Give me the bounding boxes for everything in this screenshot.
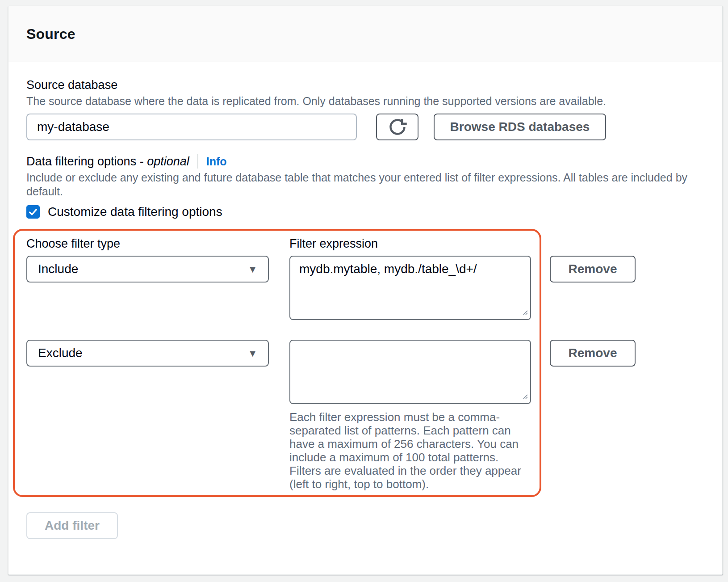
remove-filter-button[interactable]: Remove [550, 340, 636, 367]
filter-expression-column-label: Filter expression [289, 236, 531, 251]
filters-area: Choose filter type Filter expression Inc… [26, 236, 636, 491]
data-filtering-label: Data filtering options - optional [26, 154, 189, 169]
filter-type-select[interactable]: Include ▼ [26, 256, 269, 283]
filter-row: Exclude ▼ Remove [26, 340, 636, 404]
customize-filtering-checkbox-label: Customize data filtering options [48, 205, 222, 219]
remove-filter-button[interactable]: Remove [550, 256, 636, 283]
filter-type-column-label: Choose filter type [26, 236, 269, 251]
source-database-description: The source database where the data is re… [26, 94, 704, 108]
customize-filtering-checkbox-row[interactable]: Customize data filtering options [26, 205, 704, 219]
filter-row: Include ▼ mydb.mytable, mydb./table_\d+/… [26, 256, 636, 320]
chevron-down-icon: ▼ [248, 265, 257, 274]
filter-type-selected-value: Include [38, 262, 78, 276]
source-database-field: Source database The source database wher… [26, 77, 704, 140]
data-filtering-description: Include or exclude any existing and futu… [26, 171, 704, 198]
add-filter-button[interactable]: Add filter [26, 512, 118, 539]
source-panel-body: Source database The source database wher… [8, 62, 722, 574]
browse-rds-databases-button[interactable]: Browse RDS databases [434, 114, 606, 140]
info-link[interactable]: Info [206, 155, 227, 168]
label-divider [197, 154, 198, 169]
source-panel-header: Source [8, 6, 722, 62]
filter-expression-textarea[interactable]: mydb.mytable, mydb./table_\d+/ [289, 256, 531, 320]
panel-title: Source [26, 26, 75, 42]
refresh-icon [388, 118, 407, 136]
resize-handle-icon[interactable] [522, 393, 528, 401]
refresh-button[interactable] [376, 114, 418, 140]
filter-type-selected-value: Exclude [38, 346, 83, 360]
resize-handle-icon[interactable] [522, 309, 528, 317]
source-database-input[interactable] [26, 114, 357, 140]
chevron-down-icon: ▼ [248, 349, 257, 358]
source-database-label: Source database [26, 77, 704, 93]
filter-expression-helper-text: Each filter expression must be a comma-s… [289, 410, 531, 491]
source-panel: Source Source database The source databa… [8, 6, 723, 575]
filter-expression-textarea[interactable] [289, 340, 531, 404]
filter-type-select[interactable]: Exclude ▼ [26, 340, 269, 367]
checkbox-checked-icon[interactable] [26, 205, 40, 219]
data-filtering-section: Data filtering options - optional Info I… [26, 154, 704, 219]
